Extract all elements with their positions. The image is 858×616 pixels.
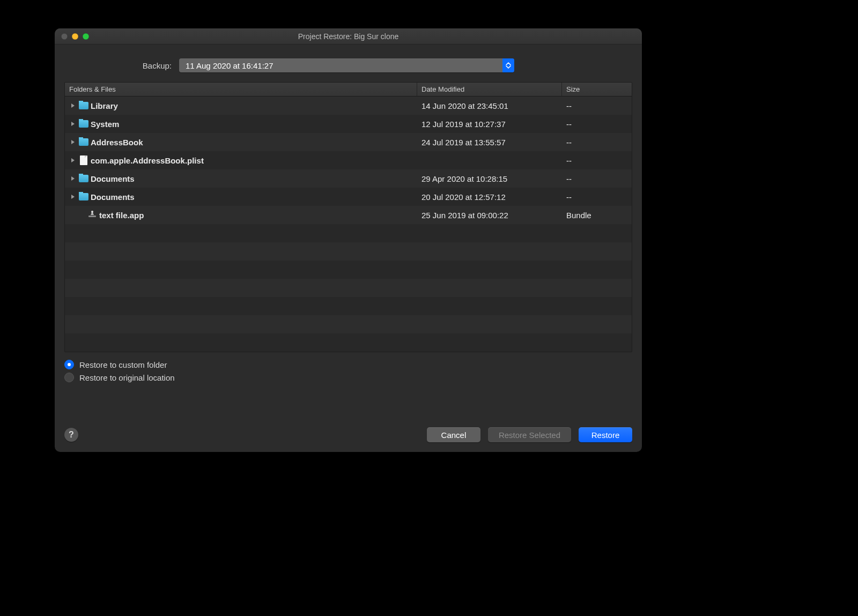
cell-date: 14 Jun 2020 at 23:45:01 [417, 101, 562, 110]
disclosure-triangle-icon[interactable] [69, 175, 77, 182]
table-row[interactable]: Documents20 Jul 2020 at 12:57:12-- [65, 188, 632, 206]
row-name-label: text file.app [99, 211, 144, 220]
disclosure-triangle-icon[interactable] [69, 138, 77, 146]
svg-rect-0 [88, 216, 96, 217]
row-name-label: com.apple.AddressBook.plist [91, 156, 204, 165]
cell-size: -- [562, 156, 632, 165]
backup-dropdown-value: 11 Aug 2020 at 16:41:27 [186, 61, 273, 70]
backup-dropdown[interactable]: 11 Aug 2020 at 16:41:27 [179, 58, 514, 72]
dialog-footer: ? Cancel Restore Selected Restore [64, 417, 632, 442]
row-name-label: Documents [91, 174, 135, 183]
svg-point-1 [91, 211, 93, 213]
table-row[interactable]: System12 Jul 2019 at 10:27:37-- [65, 115, 632, 133]
radio-original-location[interactable]: Restore to original location [64, 373, 632, 382]
disclosure-triangle-icon[interactable] [69, 120, 77, 128]
app-icon [87, 210, 97, 220]
table-body[interactable]: Library14 Jun 2020 at 23:45:01--System12… [65, 97, 632, 352]
close-icon[interactable] [61, 33, 68, 40]
cell-name[interactable]: Documents [65, 192, 417, 202]
restore-selected-button: Restore Selected [488, 427, 571, 442]
cell-date: 20 Jul 2020 at 12:57:12 [417, 192, 562, 202]
table-row [65, 224, 632, 242]
col-size[interactable]: Size [562, 83, 632, 96]
cell-name[interactable]: System [65, 119, 417, 129]
minimize-icon[interactable] [72, 33, 78, 40]
cell-date: 29 Apr 2020 at 10:28:15 [417, 174, 562, 183]
cell-size: -- [562, 192, 632, 202]
table-row [65, 333, 632, 352]
radio-label: Restore to custom folder [79, 360, 167, 369]
radio-icon[interactable] [64, 360, 74, 369]
cell-date: 24 Jul 2019 at 13:55:57 [417, 138, 562, 147]
window-body: Backup: 11 Aug 2020 at 16:41:27 Folders … [55, 44, 642, 452]
help-button[interactable]: ? [64, 428, 78, 442]
folder-icon [79, 174, 88, 183]
folder-icon [79, 137, 88, 147]
row-name-label: Library [91, 101, 118, 110]
restore-options: Restore to custom folder Restore to orig… [64, 360, 632, 382]
disclosure-triangle-icon[interactable] [69, 157, 77, 164]
table-row[interactable]: Documents29 Apr 2020 at 10:28:15-- [65, 169, 632, 188]
folder-icon [79, 101, 88, 110]
disclosure-triangle-icon[interactable] [69, 102, 77, 109]
row-name-label: Documents [91, 192, 135, 202]
radio-label: Restore to original location [79, 373, 175, 382]
cell-name[interactable]: AddressBook [65, 137, 417, 147]
cell-size: -- [562, 120, 632, 129]
cell-name[interactable]: text file.app [65, 210, 417, 220]
file-table: Folders & Files Date Modified Size Libra… [64, 82, 632, 352]
radio-icon[interactable] [64, 373, 74, 382]
cell-size: -- [562, 174, 632, 183]
cell-date: 12 Jul 2019 at 10:27:37 [417, 120, 562, 129]
cell-size: -- [562, 138, 632, 147]
cancel-button[interactable]: Cancel [427, 427, 480, 442]
table-row [65, 242, 632, 261]
cell-name[interactable]: Library [65, 101, 417, 110]
table-row[interactable]: Library14 Jun 2020 at 23:45:01-- [65, 97, 632, 115]
window-controls [55, 33, 89, 40]
radio-custom-folder[interactable]: Restore to custom folder [64, 360, 632, 369]
folder-icon [79, 192, 88, 202]
col-date[interactable]: Date Modified [417, 83, 562, 96]
table-header: Folders & Files Date Modified Size [65, 83, 632, 97]
disclosure-triangle-icon[interactable] [69, 193, 77, 201]
table-row [65, 261, 632, 279]
table-row[interactable]: com.apple.AddressBook.plist-- [65, 151, 632, 169]
backup-label: Backup: [70, 61, 172, 70]
file-icon [79, 155, 88, 165]
cell-size: Bundle [562, 211, 632, 220]
zoom-icon[interactable] [83, 33, 89, 40]
table-row [65, 315, 632, 333]
row-name-label: AddressBook [91, 138, 143, 147]
row-name-label: System [91, 120, 119, 129]
restore-button[interactable]: Restore [579, 427, 632, 442]
cell-date: 25 Jun 2019 at 09:00:22 [417, 211, 562, 220]
table-row[interactable]: text file.app25 Jun 2019 at 09:00:22Bund… [65, 206, 632, 224]
dropdown-stepper-icon[interactable] [502, 58, 514, 72]
col-name[interactable]: Folders & Files [65, 83, 417, 96]
cell-size: -- [562, 101, 632, 110]
table-row [65, 297, 632, 315]
titlebar[interactable]: Project Restore: Big Sur clone [55, 28, 642, 44]
table-row [65, 279, 632, 297]
cell-name[interactable]: Documents [65, 174, 417, 183]
table-row[interactable]: AddressBook24 Jul 2019 at 13:55:57-- [65, 133, 632, 151]
window-title: Project Restore: Big Sur clone [55, 32, 642, 41]
backup-selector-row: Backup: 11 Aug 2020 at 16:41:27 [64, 58, 632, 72]
cell-name[interactable]: com.apple.AddressBook.plist [65, 155, 417, 165]
restore-window: Project Restore: Big Sur clone Backup: 1… [55, 28, 642, 452]
folder-icon [79, 119, 88, 129]
